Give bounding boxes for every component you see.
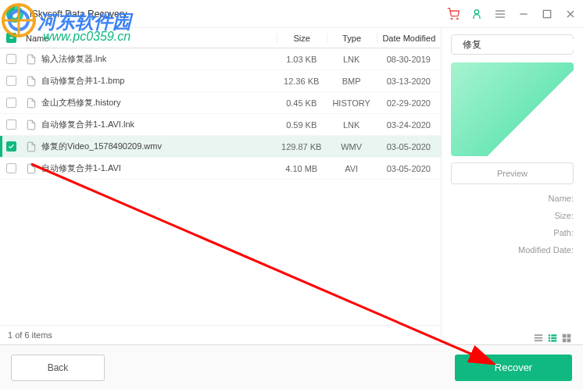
svg-rect-26 [563, 334, 567, 338]
svg-rect-20 [549, 334, 550, 336]
svg-rect-7 [543, 10, 550, 17]
file-type: LNK [327, 55, 377, 64]
svg-rect-29 [567, 339, 571, 343]
status-text: 1 of 6 items [0, 325, 441, 344]
file-type: HISTORY [327, 98, 377, 108]
svg-rect-18 [535, 337, 543, 339]
file-date: 03-05-2020 [377, 164, 441, 173]
file-list-panel: Name Size Type Date Modified 输入法修复器.lnk1… [0, 28, 442, 344]
menu-icon[interactable] [494, 8, 506, 20]
svg-rect-25 [551, 340, 556, 341]
svg-rect-12 [9, 37, 13, 39]
maximize-icon[interactable] [541, 8, 553, 20]
file-name: 金山文档修复.history [23, 97, 277, 109]
column-size[interactable]: Size [277, 34, 327, 43]
file-date: 03-24-2020 [377, 120, 441, 130]
titlebar: iSkysoft Data Recovery [0, 0, 583, 28]
file-name: 自动修复合并1-1.bmp [23, 75, 277, 87]
row-checkbox[interactable] [6, 98, 16, 108]
svg-point-0 [451, 18, 452, 19]
file-date: 08-30-2019 [377, 55, 441, 64]
svg-rect-24 [549, 340, 550, 341]
file-size: 12.36 KB [277, 77, 327, 86]
table-row[interactable]: 自动修复合并1-1.AVI.lnk0.59 KBLNK03-24-2020 [0, 114, 441, 136]
preview-thumbnail [451, 62, 574, 156]
column-date[interactable]: Date Modified [377, 34, 441, 43]
column-type[interactable]: Type [327, 34, 377, 43]
minimize-icon[interactable] [517, 8, 530, 20]
file-size: 0.59 KB [277, 120, 327, 130]
table-row[interactable]: 修复的Video_1578490209.wmv129.87 KBWMV03-05… [0, 136, 441, 158]
svg-rect-27 [567, 334, 571, 338]
row-checkbox[interactable] [6, 54, 16, 64]
info-modified: Modified Date: [451, 245, 574, 255]
table-body: 输入法修复器.lnk1.03 KBLNK08-30-2019自动修复合并1-1.… [0, 48, 441, 325]
info-name: Name: [451, 194, 574, 203]
back-button[interactable]: Back [11, 355, 105, 381]
file-size: 0.45 KB [277, 98, 327, 108]
table-header: Name Size Type Date Modified [0, 28, 441, 48]
search-input[interactable] [463, 39, 580, 50]
svg-rect-19 [535, 340, 543, 341]
file-name: 自动修复合并1-1.AVI.lnk [23, 119, 277, 131]
details-panel: Preview Name: Size: Path: Modified Date: [442, 28, 583, 344]
svg-rect-21 [551, 334, 556, 336]
file-size: 129.87 KB [277, 142, 327, 151]
file-name: 修复的Video_1578490209.wmv [23, 141, 277, 153]
file-type: LNK [327, 120, 377, 130]
row-checkbox[interactable] [6, 141, 16, 151]
info-size: Size: [451, 211, 574, 220]
app-logo [6, 5, 23, 23]
file-type: WMV [327, 142, 377, 151]
view-grid-icon[interactable] [561, 333, 572, 344]
search-box [451, 34, 574, 55]
user-icon[interactable] [470, 8, 483, 20]
file-size: 1.03 KB [277, 55, 327, 64]
preview-button[interactable]: Preview [451, 162, 574, 184]
column-name[interactable]: Name [23, 34, 277, 43]
cart-icon[interactable] [447, 8, 460, 20]
bottom-bar: Back Recover [0, 344, 583, 390]
table-row[interactable]: 自动修复合并1-1.AVI4.10 MBAVI03-05-2020 [0, 158, 441, 180]
svg-point-2 [474, 9, 478, 13]
svg-rect-17 [535, 334, 543, 336]
svg-point-1 [457, 18, 458, 19]
row-checkbox[interactable] [6, 76, 16, 86]
file-date: 03-05-2020 [377, 142, 441, 151]
table-row[interactable]: 金山文档修复.history0.45 KBHISTORY02-29-2020 [0, 92, 441, 114]
file-date: 03-13-2020 [377, 77, 441, 86]
file-name: 自动修复合并1-1.AVI [23, 162, 277, 175]
info-path: Path: [451, 228, 574, 237]
select-all-checkbox[interactable] [6, 33, 16, 43]
file-type: AVI [327, 164, 377, 173]
close-icon[interactable] [564, 8, 577, 20]
table-row[interactable]: 自动修复合并1-1.bmp12.36 KBBMP03-13-2020 [0, 70, 441, 92]
app-title: iSkysoft Data Recovery [30, 9, 447, 20]
file-date: 02-29-2020 [377, 98, 441, 108]
file-type: BMP [327, 77, 377, 86]
file-name: 输入法修复器.lnk [23, 53, 277, 66]
row-checkbox[interactable] [6, 163, 16, 173]
recover-button[interactable]: Recover [455, 355, 572, 381]
view-detail-icon[interactable] [547, 333, 558, 344]
file-size: 4.10 MB [277, 164, 327, 173]
svg-rect-23 [551, 337, 556, 339]
table-row[interactable]: 输入法修复器.lnk1.03 KBLNK08-30-2019 [0, 48, 441, 70]
row-checkbox[interactable] [6, 119, 16, 130]
view-list-icon[interactable] [533, 333, 544, 344]
svg-rect-22 [549, 337, 550, 339]
svg-rect-28 [563, 339, 567, 343]
